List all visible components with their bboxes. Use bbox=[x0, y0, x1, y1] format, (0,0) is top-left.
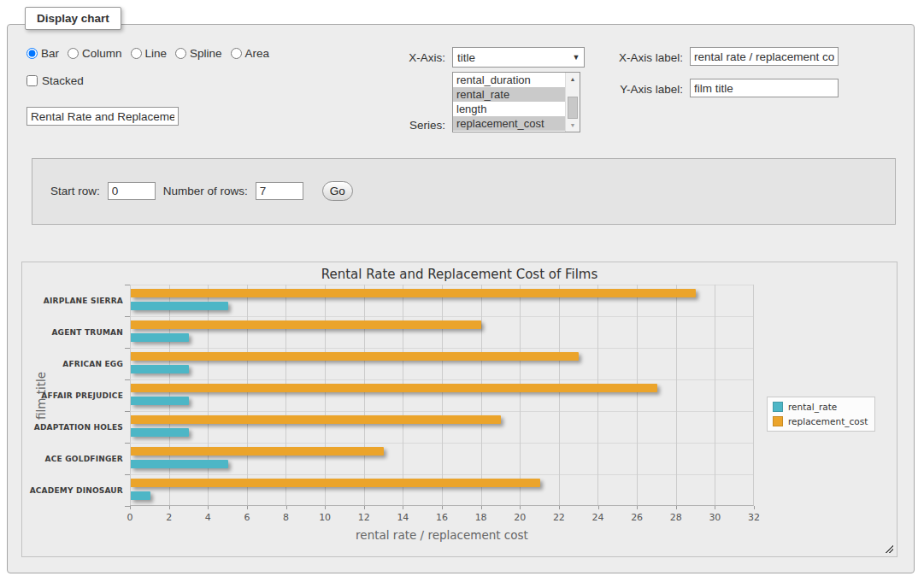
chart-title: Rental Rate and Replacement Cost of Film… bbox=[22, 267, 897, 282]
y-axis-tick bbox=[125, 348, 130, 349]
bar-rental_rate bbox=[131, 491, 150, 500]
series-options: rental_durationrental_ratelengthreplacem… bbox=[453, 73, 565, 132]
series-option-replacement_cost[interactable]: replacement_cost bbox=[453, 116, 565, 131]
plot-area bbox=[130, 285, 754, 506]
x-axis-tick-label: 18 bbox=[467, 512, 496, 523]
x-axis-tick bbox=[130, 506, 131, 509]
stacked-row: Stacked bbox=[26, 74, 84, 87]
x-axis-tick bbox=[247, 506, 248, 509]
x-axis-tick-label: 0 bbox=[115, 512, 144, 523]
chart-type-label: Area bbox=[245, 47, 270, 60]
x-axis-tick bbox=[325, 506, 326, 509]
x-axis-tick-label: 32 bbox=[739, 512, 768, 523]
start-row-input[interactable] bbox=[108, 182, 156, 200]
scroll-down-icon[interactable]: ▼ bbox=[566, 119, 580, 132]
bar-replacement_cost bbox=[131, 384, 657, 392]
legend-swatch-icon bbox=[773, 416, 783, 426]
x-axis-tick-label: 4 bbox=[193, 512, 222, 523]
category-label: ADAPTATION HOLES bbox=[26, 423, 123, 432]
bar-replacement_cost bbox=[131, 479, 540, 487]
bar-rental_rate bbox=[131, 460, 228, 468]
chart-type-column[interactable]: Column bbox=[68, 47, 122, 60]
x-axis-tick-label: 6 bbox=[232, 512, 262, 523]
y-axis-tick bbox=[125, 285, 130, 285]
y-axis-tick bbox=[125, 411, 130, 412]
x-axis-tick bbox=[208, 506, 209, 509]
y-axis-label-input[interactable] bbox=[690, 79, 839, 97]
series-option-rental_duration[interactable]: rental_duration bbox=[453, 73, 565, 87]
x-axis-label-input[interactable] bbox=[690, 47, 839, 66]
legend-item-replacement_cost: replacement_cost bbox=[773, 416, 868, 426]
chart-type-label: Spline bbox=[190, 47, 222, 60]
chart-x-axis-title: rental rate / replacement cost bbox=[130, 528, 754, 542]
y-axis-tick bbox=[125, 443, 130, 444]
chart-legend: rental_ratereplacement_cost bbox=[767, 397, 875, 432]
x-axis-tick bbox=[169, 506, 170, 509]
chart-type-area[interactable]: Area bbox=[231, 47, 270, 60]
series-listbox[interactable]: rental_durationrental_ratelengthreplacem… bbox=[452, 72, 580, 132]
chart-type-bar[interactable]: Bar bbox=[26, 47, 59, 60]
x-axis-label-caption: X-Axis label: bbox=[596, 51, 683, 64]
x-axis-tick bbox=[598, 506, 599, 509]
chevron-down-icon: ▼ bbox=[568, 53, 584, 62]
display-chart-fieldset: Display chart BarColumnLineSplineArea St… bbox=[7, 24, 915, 573]
y-axis-tick bbox=[125, 379, 130, 380]
x-axis-tick-label: 8 bbox=[272, 512, 301, 523]
chart-type-column-radio[interactable] bbox=[68, 48, 79, 59]
x-axis-tick-label: 20 bbox=[505, 512, 534, 523]
x-axis-select[interactable]: title ▼ bbox=[452, 47, 585, 68]
start-row-label: Start row: bbox=[50, 185, 100, 197]
bar-rental_rate bbox=[131, 333, 189, 342]
bar-replacement_cost bbox=[131, 352, 579, 361]
chart-title-input[interactable] bbox=[26, 107, 179, 126]
chart-type-bar-radio[interactable] bbox=[26, 48, 38, 59]
x-axis-tick-label: 12 bbox=[350, 512, 379, 523]
x-axis-select-value: title bbox=[453, 51, 568, 64]
y-axis-label-caption: Y-Axis label: bbox=[596, 83, 683, 96]
x-axis-tick bbox=[364, 506, 365, 509]
chart-type-line-radio[interactable] bbox=[131, 48, 142, 59]
chart-type-area-radio[interactable] bbox=[231, 48, 242, 59]
bar-rental_rate bbox=[131, 365, 189, 373]
scrollbar-thumb[interactable] bbox=[568, 97, 578, 119]
stacked-checkbox[interactable] bbox=[26, 75, 38, 86]
x-axis-tick bbox=[286, 506, 287, 509]
chart-type-label: Bar bbox=[41, 47, 59, 60]
resize-handle-icon[interactable] bbox=[884, 544, 893, 553]
y-axis-tick bbox=[125, 474, 130, 475]
legend-label: rental_rate bbox=[788, 402, 837, 412]
y-axis-tick bbox=[125, 316, 130, 317]
fieldset-legend: Display chart bbox=[25, 7, 121, 30]
chart-type-radio-group: BarColumnLineSplineArea bbox=[26, 47, 269, 60]
chart-type-spline[interactable]: Spline bbox=[175, 47, 222, 60]
x-axis-tick-label: 24 bbox=[584, 512, 613, 523]
legend-item-rental_rate: rental_rate bbox=[773, 402, 868, 412]
series-option-rental_rate[interactable]: rental_rate bbox=[453, 87, 565, 102]
x-axis-tick bbox=[637, 506, 638, 509]
go-button[interactable]: Go bbox=[322, 181, 353, 201]
x-axis-tick bbox=[520, 506, 521, 509]
scroll-up-icon[interactable]: ▲ bbox=[566, 73, 580, 85]
x-axis-tick-label: 2 bbox=[155, 512, 184, 523]
x-axis-tick-label: 26 bbox=[622, 512, 651, 523]
chart-type-spline-radio[interactable] bbox=[175, 48, 186, 59]
bar-replacement_cost bbox=[131, 320, 481, 329]
category-label: AFRICAN EGG bbox=[26, 360, 123, 368]
series-option-length[interactable]: length bbox=[453, 102, 565, 116]
series-scrollbar[interactable]: ▲ ▼ bbox=[565, 73, 580, 132]
x-axis-tick bbox=[403, 506, 403, 509]
category-label: AIRPLANE SIERRA bbox=[26, 297, 123, 305]
x-axis-tick-label: 14 bbox=[388, 512, 417, 523]
bar-rental_rate bbox=[131, 302, 228, 310]
x-axis-select-label: X-Axis: bbox=[358, 51, 445, 64]
stacked-label: Stacked bbox=[42, 74, 84, 87]
chart-type-label: Column bbox=[82, 47, 122, 60]
category-label: ACADEMY DINOSAUR bbox=[26, 486, 123, 495]
number-of-rows-input[interactable] bbox=[256, 182, 303, 200]
bar-replacement_cost bbox=[131, 415, 501, 424]
x-axis-tick bbox=[715, 506, 715, 509]
chart-type-line[interactable]: Line bbox=[131, 47, 168, 60]
x-axis-tick bbox=[754, 506, 755, 509]
x-axis-tick bbox=[442, 506, 443, 509]
bar-rental_rate bbox=[131, 428, 189, 437]
